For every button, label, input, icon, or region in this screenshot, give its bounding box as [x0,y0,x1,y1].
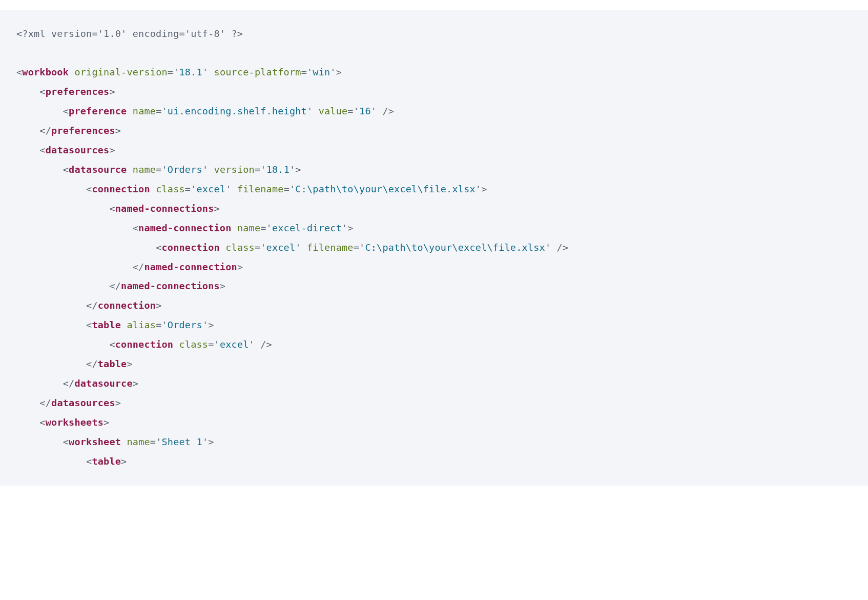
code-line: <worksheet name='Sheet 1'> [16,436,214,447]
code-line: <workbook original-version='18.1' source… [16,67,342,77]
code-line: <connection class='excel' filename='C:\p… [16,242,568,253]
code-line: <table alias='Orders'> [16,319,214,330]
code-line: <named-connections> [16,203,220,214]
code-line: </named-connections> [16,281,225,291]
xml-code-block[interactable]: <?xml version='1.0' encoding='utf-8' ?> … [0,10,868,486]
code-line: </datasource> [16,378,138,389]
code-line: <connection class='excel' /> [16,339,272,350]
code-line: <?xml version='1.0' encoding='utf-8' ?> [16,28,243,39]
code-line: </table> [16,358,133,369]
code-line: <preference name='ui.encoding.shelf.heig… [16,106,394,116]
code-line: </preferences> [16,125,121,136]
code-line: <worksheets> [16,417,109,428]
code-line: <preferences> [16,86,115,97]
code-line: <datasource name='Orders' version='18.1'… [16,164,301,175]
code-line: </connection> [16,300,161,311]
code-line: </datasources> [16,397,121,408]
code-line: <datasources> [16,145,115,155]
code-line: <named-connection name='excel-direct'> [16,223,354,233]
code-line: <table> [16,456,127,467]
code-line: <connection class='excel' filename='C:\p… [16,184,487,194]
code-line: </named-connection> [16,262,243,272]
